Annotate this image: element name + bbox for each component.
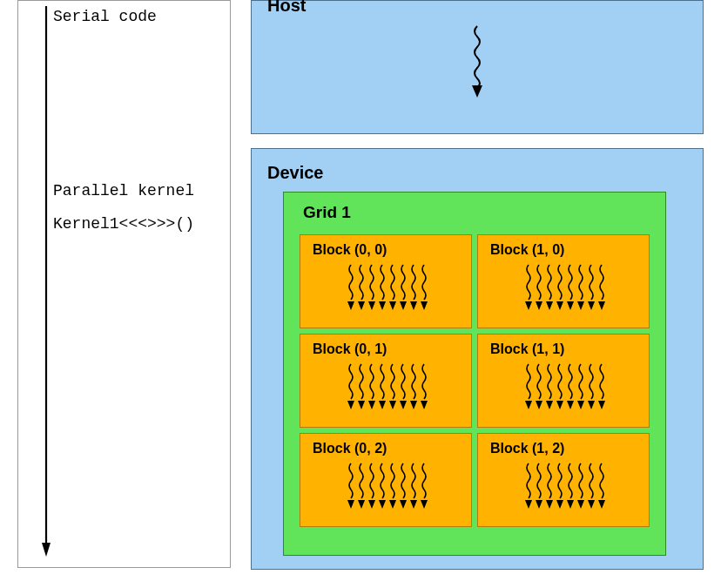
thread-icon <box>523 263 534 312</box>
block: Block (1, 1) <box>477 334 650 428</box>
svg-marker-50 <box>598 500 605 509</box>
svg-marker-30 <box>556 401 563 409</box>
block-title: Block (0, 2) <box>313 441 462 456</box>
thread-icon <box>356 462 367 510</box>
svg-marker-27 <box>525 401 532 409</box>
thread-icon <box>523 462 534 510</box>
host-title: Host <box>267 0 687 16</box>
thread-icon <box>398 362 408 411</box>
svg-marker-28 <box>536 401 542 409</box>
svg-marker-10 <box>421 301 428 310</box>
svg-marker-6 <box>379 301 386 310</box>
thread-icon <box>377 462 387 510</box>
svg-marker-44 <box>536 500 542 509</box>
thread-icon <box>596 362 607 411</box>
svg-marker-48 <box>577 500 584 509</box>
thread-icon <box>544 362 555 411</box>
svg-marker-24 <box>400 401 407 409</box>
thread-icon <box>586 263 596 312</box>
block-threads <box>490 462 640 510</box>
thread-icon <box>377 263 387 312</box>
thread-icon <box>367 362 377 411</box>
block-title: Block (1, 0) <box>490 242 640 258</box>
device-title: Device <box>267 163 687 183</box>
thread-icon <box>544 263 555 312</box>
thread-icon <box>419 362 429 411</box>
thread-icon <box>565 263 576 312</box>
svg-marker-25 <box>410 401 417 409</box>
grid: Grid 1 Block (0, 0) Block (1, 0) Block (… <box>283 192 666 556</box>
thread-icon <box>586 462 596 510</box>
svg-marker-42 <box>421 500 428 509</box>
thread-icon <box>565 362 576 411</box>
svg-marker-32 <box>577 401 584 409</box>
block-row: Block (0, 1) Block (1, 1) <box>300 334 650 428</box>
svg-marker-1 <box>42 543 51 557</box>
parallel-kernel-label: Parallel kernel <box>53 182 194 199</box>
thread-icon <box>523 362 534 411</box>
svg-marker-49 <box>588 500 595 509</box>
thread-icon <box>596 263 607 312</box>
thread-icon <box>555 462 565 510</box>
block-threads <box>490 362 640 411</box>
svg-marker-26 <box>421 401 428 409</box>
block-title: Block (0, 0) <box>313 242 462 258</box>
thread-icon <box>555 263 565 312</box>
svg-marker-35 <box>347 500 354 509</box>
block: Block (0, 1) <box>300 334 472 428</box>
thread-icon <box>387 362 398 411</box>
serial-code-label: Serial code <box>53 8 157 25</box>
thread-icon <box>544 462 555 510</box>
timeline-arrow-icon <box>42 6 51 557</box>
thread-icon <box>576 362 586 411</box>
block: Block (0, 0) <box>300 234 472 328</box>
svg-marker-15 <box>567 301 574 310</box>
thread-icon <box>586 362 596 411</box>
svg-marker-2 <box>472 85 482 98</box>
svg-marker-13 <box>546 301 553 310</box>
svg-marker-47 <box>567 500 574 509</box>
thread-icon <box>419 462 429 510</box>
block: Block (0, 2) <box>300 433 472 527</box>
svg-marker-4 <box>358 301 365 310</box>
thread-icon <box>534 362 544 411</box>
svg-marker-39 <box>389 500 396 509</box>
block: Block (1, 0) <box>477 234 650 328</box>
thread-icon <box>346 362 356 411</box>
thread-icon <box>387 462 398 510</box>
svg-marker-41 <box>410 500 417 509</box>
block-title: Block (0, 1) <box>313 341 462 357</box>
thread-icon <box>398 263 408 312</box>
thread-icon <box>398 462 408 510</box>
svg-marker-31 <box>567 401 574 409</box>
block-threads <box>490 263 640 312</box>
svg-marker-7 <box>389 301 396 310</box>
thread-icon <box>576 462 586 510</box>
svg-marker-18 <box>598 301 605 310</box>
thread-icon <box>346 462 356 510</box>
svg-marker-11 <box>525 301 532 310</box>
svg-marker-14 <box>556 301 563 310</box>
kernel-launch-code: Kernel1<<<>>>() <box>53 215 194 233</box>
svg-marker-38 <box>379 500 386 509</box>
block: Block (1, 2) <box>477 433 650 527</box>
device-panel: Device Grid 1 Block (0, 0) Block (1, 0) … <box>251 148 704 570</box>
thread-icon <box>576 263 586 312</box>
host-panel: Host <box>251 0 704 134</box>
svg-marker-45 <box>546 500 553 509</box>
block-threads <box>313 462 462 510</box>
svg-marker-3 <box>347 301 354 310</box>
thread-icon <box>408 362 419 411</box>
thread-icon <box>377 362 387 411</box>
svg-marker-17 <box>588 301 595 310</box>
thread-icon <box>419 263 429 312</box>
thread-icon <box>387 263 398 312</box>
svg-marker-16 <box>577 301 584 310</box>
grid-title: Grid 1 <box>303 203 650 222</box>
svg-marker-19 <box>347 401 354 409</box>
svg-marker-34 <box>598 401 605 409</box>
svg-marker-9 <box>410 301 417 310</box>
svg-marker-5 <box>368 301 375 310</box>
thread-icon <box>596 462 607 510</box>
block-threads <box>313 263 462 312</box>
